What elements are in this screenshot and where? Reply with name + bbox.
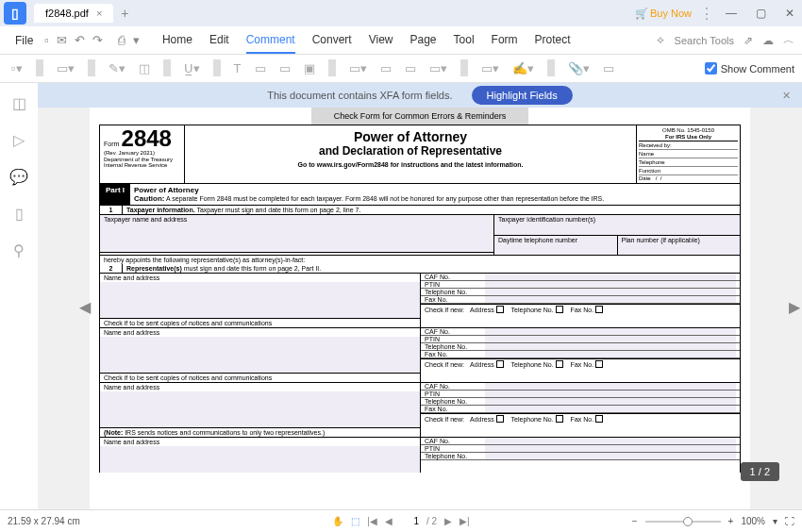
new-tel-3[interactable]: [556, 415, 563, 423]
new-tel-1[interactable]: [556, 306, 563, 313]
new-fax-2[interactable]: [595, 360, 603, 368]
highlight-tool[interactable]: ▭▾: [53, 59, 78, 77]
tel-field-2[interactable]: [485, 343, 736, 350]
ptin-field-4[interactable]: [485, 445, 736, 452]
text-tool[interactable]: T: [230, 59, 245, 77]
tab-edit[interactable]: Edit: [209, 27, 229, 54]
ptin-field-3[interactable]: [485, 391, 736, 397]
mail-icon[interactable]: ✉: [57, 33, 67, 47]
zoom-out-icon[interactable]: −: [632, 516, 638, 526]
show-comment-toggle[interactable]: Show Comment: [705, 62, 794, 75]
minimize-button[interactable]: —: [722, 7, 741, 20]
name-addr-field-4[interactable]: [100, 446, 420, 473]
name-addr-field-3[interactable]: [100, 391, 420, 427]
ptin-field-2[interactable]: [485, 336, 736, 342]
redo-icon[interactable]: ↷: [92, 33, 103, 47]
save-icon[interactable]: ▫: [44, 33, 49, 47]
print-icon[interactable]: ⎙: [118, 33, 125, 47]
maximize-button[interactable]: ▢: [752, 7, 770, 20]
attachment-icon[interactable]: ▯: [15, 205, 24, 223]
line-tool[interactable]: ▭: [401, 59, 420, 77]
area-tool[interactable]: ▣: [300, 59, 319, 77]
share-icon[interactable]: ⇗: [744, 34, 753, 47]
taxpayer-id-field[interactable]: Taxpayer identification number(s): [494, 215, 740, 236]
page-input[interactable]: [400, 516, 419, 526]
new-addr-3[interactable]: [496, 415, 504, 423]
name-addr-field-1[interactable]: [100, 282, 420, 318]
add-tab-button[interactable]: +: [121, 6, 128, 21]
pencil-tool[interactable]: ✎▾: [105, 59, 129, 77]
fax-field-1[interactable]: [485, 296, 736, 303]
arrow-tool[interactable]: ▭: [376, 59, 395, 77]
shape-tool[interactable]: ▭▾: [345, 59, 371, 77]
search-icon[interactable]: ⚲: [13, 241, 25, 259]
last-page-icon[interactable]: ▶|: [459, 516, 470, 526]
callout-tool[interactable]: ▭: [276, 59, 294, 77]
caf-field-2[interactable]: [485, 328, 736, 335]
caf-field-1[interactable]: [485, 274, 736, 280]
tel-field-4[interactable]: [485, 453, 736, 459]
daytime-tel-field[interactable]: Daytime telephone number: [494, 236, 618, 255]
tab-protect[interactable]: Protect: [535, 27, 571, 54]
next-page-arrow[interactable]: ▶: [789, 298, 798, 313]
new-addr-1[interactable]: [496, 306, 504, 313]
tab-home[interactable]: Home: [162, 27, 192, 54]
new-addr-2[interactable]: [496, 360, 504, 368]
zoom-value[interactable]: 100%: [741, 516, 765, 526]
new-fax-1[interactable]: [595, 306, 603, 313]
show-comment-checkbox[interactable]: [705, 62, 717, 75]
document-tab[interactable]: f2848.pdf ×: [34, 4, 113, 23]
tab-convert[interactable]: Convert: [312, 27, 352, 54]
check-form-banner[interactable]: Check Form for Common Errors & Reminders: [311, 108, 528, 125]
prev-page-arrow[interactable]: ◀: [79, 298, 89, 313]
comments-panel-tool[interactable]: ▭: [599, 59, 618, 77]
bookmark-icon[interactable]: ▷: [13, 131, 25, 149]
print-dropdown-icon[interactable]: ▾: [133, 33, 140, 47]
cloud-icon[interactable]: ☁: [762, 34, 774, 47]
fax-field-2[interactable]: [485, 351, 736, 357]
name-addr-field-2[interactable]: [100, 337, 420, 373]
zoom-slider[interactable]: [645, 521, 721, 523]
tel-field-3[interactable]: [485, 398, 736, 405]
stamp-tool[interactable]: ▭▾: [477, 59, 503, 77]
highlight-fields-button[interactable]: Highlight Fields: [472, 86, 573, 105]
collapse-icon[interactable]: ︿: [783, 32, 794, 48]
pdf-document[interactable]: Check Form for Common Errors & Reminders…: [90, 108, 750, 513]
new-fax-3[interactable]: [595, 415, 603, 423]
thumbnails-icon[interactable]: ◫: [12, 94, 26, 112]
signature-tool[interactable]: ✍▾: [509, 59, 538, 77]
fax-field-3[interactable]: [485, 406, 736, 412]
tab-form[interactable]: Form: [492, 27, 518, 54]
ptin-field-1[interactable]: [485, 281, 736, 288]
fit-page-icon[interactable]: ⛶: [785, 516, 794, 526]
undo-icon[interactable]: ↶: [75, 33, 85, 47]
prev-page-icon[interactable]: ◀: [385, 516, 393, 526]
more-icon[interactable]: ⋮: [699, 5, 714, 23]
tab-page[interactable]: Page: [410, 27, 437, 54]
file-menu[interactable]: File: [8, 34, 41, 47]
zoom-dropdown-icon[interactable]: ▾: [773, 516, 777, 526]
banner-close-icon[interactable]: ✕: [782, 90, 791, 102]
measure-tool[interactable]: ▭▾: [426, 59, 451, 77]
taxpayer-name-field[interactable]: Taxpayer name and address: [100, 215, 493, 253]
tab-view[interactable]: View: [369, 27, 393, 54]
close-window-button[interactable]: ✕: [781, 7, 798, 20]
comment-panel-icon[interactable]: 💬: [9, 168, 28, 186]
search-tools-input[interactable]: Search Tools: [675, 35, 734, 46]
zoom-in-icon[interactable]: +: [728, 516, 734, 526]
tab-comment[interactable]: Comment: [246, 27, 295, 54]
caf-field-3[interactable]: [485, 383, 736, 390]
select-tool-icon[interactable]: ⬚: [351, 516, 359, 526]
wand-icon[interactable]: ✧: [656, 34, 665, 47]
hand-tool-icon[interactable]: ✋: [332, 516, 343, 526]
tab-tool[interactable]: Tool: [454, 27, 475, 54]
note-tool[interactable]: ▫▾: [8, 59, 26, 77]
buy-now-link[interactable]: 🛒 Buy Now: [635, 8, 692, 20]
caf-field-4[interactable]: [485, 438, 736, 444]
tel-field-1[interactable]: [485, 289, 736, 295]
next-page-icon[interactable]: ▶: [444, 516, 452, 526]
plan-num-field[interactable]: Plan number (if applicable): [618, 236, 741, 255]
attach-tool[interactable]: 📎▾: [564, 59, 593, 77]
close-icon[interactable]: ×: [96, 8, 102, 19]
textbox-tool[interactable]: ▭: [251, 59, 270, 77]
